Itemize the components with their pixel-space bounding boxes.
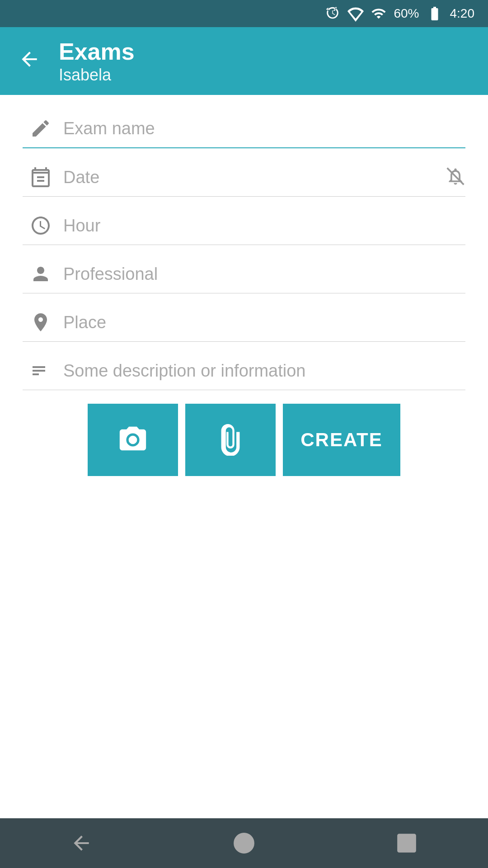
pencil-icon xyxy=(30,118,52,139)
hour-row xyxy=(23,206,465,245)
location-icon xyxy=(30,311,52,333)
wifi-icon xyxy=(347,5,364,22)
exam-name-input[interactable] xyxy=(59,119,465,143)
time: 4:20 xyxy=(450,6,475,21)
attachment-icon xyxy=(215,424,246,456)
svg-rect-2 xyxy=(398,835,415,852)
description-row xyxy=(23,351,465,390)
description-input[interactable] xyxy=(59,361,465,385)
form-container: CREATE xyxy=(0,95,488,490)
header: Exams Isabela xyxy=(0,27,488,95)
professional-input[interactable] xyxy=(59,264,465,288)
action-buttons: CREATE xyxy=(23,404,465,476)
page-subtitle: Isabela xyxy=(59,66,135,85)
camera-button[interactable] xyxy=(88,404,178,476)
clock-icon xyxy=(30,215,52,236)
person-icon xyxy=(30,263,52,285)
notification-off-icon-container[interactable] xyxy=(446,166,465,192)
place-row xyxy=(23,302,465,342)
nav-recent-button[interactable] xyxy=(384,818,429,868)
hour-input[interactable] xyxy=(59,216,465,240)
nav-back-button[interactable] xyxy=(59,818,104,868)
description-lines-icon xyxy=(30,360,52,382)
create-label: CREATE xyxy=(300,429,383,451)
attachment-button[interactable] xyxy=(185,404,276,476)
notification-off-icon xyxy=(446,166,465,186)
camera-icon xyxy=(117,424,149,456)
back-button[interactable] xyxy=(18,48,41,74)
person-icon-container xyxy=(23,263,59,288)
status-icons: 60% 4:20 xyxy=(325,5,474,22)
calendar-icon-container xyxy=(23,166,59,192)
navigation-bar xyxy=(0,818,488,868)
exam-name-row xyxy=(23,108,465,148)
calendar-icon xyxy=(30,166,52,188)
nav-home-icon xyxy=(233,832,255,854)
page-title: Exams xyxy=(59,38,135,66)
svg-point-1 xyxy=(235,834,253,853)
location-icon-container xyxy=(23,311,59,337)
professional-row xyxy=(23,254,465,293)
signal-icon xyxy=(371,6,386,21)
nav-recent-icon xyxy=(395,832,418,854)
clock-icon-container xyxy=(23,215,59,240)
description-icon-container xyxy=(23,360,59,385)
battery-icon xyxy=(427,5,443,22)
status-bar: 60% 4:20 xyxy=(0,0,488,27)
battery-percent: 60% xyxy=(394,6,419,21)
header-text: Exams Isabela xyxy=(59,38,135,85)
pencil-icon-container xyxy=(23,118,59,143)
nav-back-icon xyxy=(70,832,93,854)
create-button[interactable]: CREATE xyxy=(283,404,400,476)
alarm-icon xyxy=(325,6,340,21)
date-input[interactable] xyxy=(59,168,446,192)
nav-home-button[interactable] xyxy=(221,818,267,868)
date-row xyxy=(23,157,465,197)
place-input[interactable] xyxy=(59,313,465,337)
